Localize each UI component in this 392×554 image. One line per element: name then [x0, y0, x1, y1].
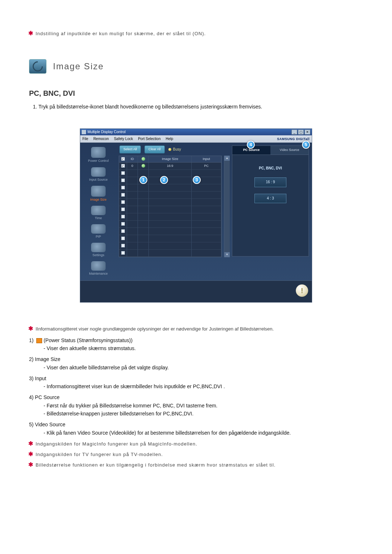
sidebar-input[interactable]: Input Source [89, 177, 107, 182]
table-row[interactable] [119, 199, 221, 206]
right-pane: PC Source Video Source 4 5 PC, BNC, DVI … [232, 143, 312, 280]
table-row[interactable] [119, 192, 221, 199]
sidebar-maintenance[interactable]: Maintenance [89, 271, 108, 276]
desc-num-5: 5) [29, 422, 33, 427]
row-check[interactable] [121, 237, 125, 240]
table-row[interactable] [119, 221, 221, 228]
time-icon[interactable] [91, 206, 106, 215]
star-icon: ✱ [28, 30, 33, 36]
alert-icon: ! [296, 284, 308, 297]
select-all-button[interactable]: Select All [119, 145, 141, 153]
pip-icon[interactable] [91, 224, 106, 234]
screenshot: Multiple Display Control _ ▢ ✕ File Remo… [80, 128, 312, 303]
row-check[interactable] [121, 193, 125, 197]
close-button[interactable]: ✕ [305, 130, 310, 135]
top-note: ✱Indstilling af inputkilde er kun muligt… [29, 29, 363, 37]
desc-2-sub: - Viser den aktuelle billedstørrelse på … [29, 364, 363, 371]
foot-1-text: Indgangskilden for MagicInfo fungerer ku… [36, 441, 197, 447]
desc-4-sub-a: - Først når du trykker på Billedstørrels… [29, 402, 363, 409]
row-check[interactable] [121, 229, 125, 233]
row-check[interactable] [121, 244, 125, 247]
menu-port-selection[interactable]: Port Selection [138, 136, 160, 142]
header-check-icon[interactable] [121, 157, 125, 161]
cell-id: 0 [127, 163, 138, 169]
menu-safety-lock[interactable]: Safety Lock [114, 136, 133, 142]
maintenance-icon[interactable] [91, 261, 106, 271]
clear-all-button[interactable]: Clear All [144, 145, 165, 153]
power-control-icon[interactable] [91, 147, 106, 158]
desc-title-4: PC Source [35, 394, 60, 400]
desc-1-sub: - Viser den aktuelle skærms strømstatus. [29, 345, 363, 352]
table-header: ID Image Size Input [119, 156, 221, 163]
desc-line-0: ✱IInformationsgitteret viser nogle grund… [29, 324, 363, 333]
sidebar-settings[interactable]: Settings [93, 253, 105, 258]
image-size-icon [29, 59, 46, 74]
sidebar-power[interactable]: Power Control [88, 159, 109, 163]
row-check[interactable] [121, 208, 125, 211]
table-row[interactable] [119, 184, 221, 192]
cell-input: PC [192, 163, 221, 169]
callout-5: 5 [302, 141, 310, 149]
ratio-4-3-button[interactable]: 4 : 3 [254, 194, 286, 204]
row-check[interactable] [121, 171, 125, 175]
desc-4: 4) PC Source [29, 394, 363, 401]
menu-help[interactable]: Help [166, 136, 173, 142]
sidebar-time[interactable]: Time [95, 216, 102, 221]
app-footer: ! [80, 280, 312, 302]
image-size-side-icon[interactable] [91, 186, 106, 197]
foot-2: ✱Indgangskilden for TV fungerer kun på T… [29, 450, 363, 458]
desc-title-2: Image Size [35, 356, 60, 362]
row-check[interactable] [121, 251, 125, 255]
table-row[interactable] [119, 206, 221, 213]
busy-dot-icon [168, 148, 171, 151]
row-check[interactable] [121, 178, 125, 182]
input-source-icon[interactable] [91, 167, 106, 177]
row-check[interactable] [121, 164, 125, 168]
row-check[interactable] [121, 200, 125, 204]
intro-item: Tryk på billedstørrelse-ikonet blandt ho… [38, 103, 363, 110]
col-id: ID [127, 156, 138, 162]
menu-file[interactable]: File [82, 136, 88, 142]
row-check[interactable] [121, 222, 125, 226]
scroll-down-icon[interactable]: ▼ [224, 252, 230, 257]
sidebar-pip[interactable]: PIP [96, 234, 101, 239]
row-check[interactable] [121, 215, 125, 218]
top-note-text: Indstilling af inputkilde er kun muligt … [36, 31, 206, 36]
table-row[interactable] [119, 250, 221, 257]
desc-1: 1) (Power Status (Strømforsyningsstatus)… [29, 337, 363, 344]
ratio-16-9-button[interactable]: 16 : 9 [254, 177, 286, 187]
mid-column: Select All Clear All Busy ID Image Size [117, 143, 232, 280]
desc-5: 5) Video Source [29, 421, 363, 428]
foot-3: ✱Billedstørrelse funktionen er kun tilgæ… [29, 460, 363, 469]
table-scrollbar[interactable]: ▲ ▼ [224, 156, 230, 257]
menu-remocon[interactable]: Remocon [93, 136, 109, 142]
desc-title-5: Video Source [35, 422, 65, 427]
sidebar-image-size[interactable]: Image Size [90, 197, 106, 202]
mdc-window: Multiple Display Control _ ▢ ✕ File Remo… [80, 128, 312, 303]
intro-list: Tryk på billedstørrelse-ikonet blandt ho… [29, 103, 363, 110]
desc-5-sub: - Klik på fanen Video Source (Videokilde… [29, 429, 363, 436]
table-row[interactable] [119, 228, 221, 235]
desc-num-3: 3) [29, 376, 33, 381]
star-icon: ✱ [28, 461, 33, 468]
control-row: Select All Clear All Busy [117, 143, 232, 155]
table-row[interactable] [119, 170, 221, 177]
desc-3-sub: - Informationsgitteret viser kun de skær… [29, 383, 363, 390]
table-row[interactable] [119, 242, 221, 250]
minimize-button[interactable]: _ [291, 130, 297, 135]
foot-2-text: Indgangskilden for TV fungerer kun på TV… [36, 452, 163, 457]
busy-indicator: Busy [168, 147, 181, 152]
foot-3-text: Billedstørrelse funktionen er kun tilgæn… [36, 462, 275, 468]
table-row[interactable] [119, 177, 221, 184]
section-heading: Image Size [29, 59, 363, 74]
settings-icon[interactable] [91, 243, 106, 252]
desc-num-2: 2) [29, 356, 33, 362]
scroll-up-icon[interactable]: ▲ [224, 156, 230, 161]
maximize-button[interactable]: ▢ [298, 130, 304, 135]
table-row[interactable] [119, 213, 221, 221]
row-check[interactable] [121, 186, 125, 189]
table-row[interactable]: 0 16:9 PC [119, 163, 221, 170]
desc-2: 2) Image Size [29, 356, 363, 363]
star-icon: ✱ [28, 325, 33, 332]
table-row[interactable] [119, 235, 221, 242]
